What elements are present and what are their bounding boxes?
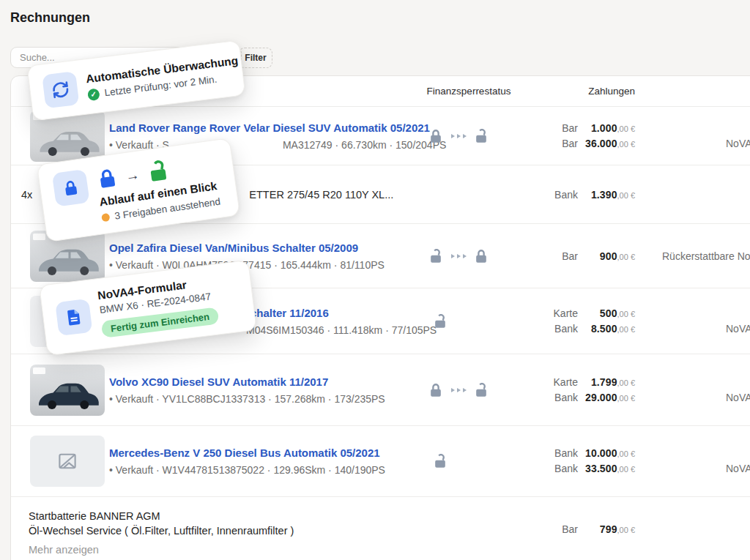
finance-lock-status bbox=[415, 383, 502, 397]
item-title: Startbatterie BANNER AGM bbox=[29, 509, 294, 523]
lock-closed-icon bbox=[428, 129, 444, 143]
vehicle-link[interactable]: Mercedes-Benz V 250 Diesel Bus Automatik… bbox=[109, 447, 380, 459]
lock-closed-icon bbox=[473, 249, 489, 264]
lock-closed-icon bbox=[95, 167, 120, 190]
payments-cell: Bar799,00 € bbox=[499, 522, 635, 537]
nova-label: NoVA bbox=[726, 138, 750, 149]
column-header-zahlungen: Zahlungen bbox=[499, 86, 635, 97]
flow-arrows-icon bbox=[450, 134, 467, 138]
flow-arrows-icon bbox=[450, 388, 467, 392]
finance-lock-status bbox=[415, 249, 502, 264]
payments-cell: Karte500,00 € Bank8.500,00 € bbox=[499, 306, 635, 337]
lock-open-icon bbox=[428, 249, 444, 264]
lock-open-icon bbox=[432, 454, 448, 468]
payments-cell: Bank10.000,00 € Bank33.500,00 € bbox=[499, 446, 635, 477]
finance-lock-status bbox=[415, 129, 502, 143]
vehicle-link[interactable]: Opel Zafira Diesel Van/Minibus Schalter … bbox=[109, 242, 358, 254]
vehicle-subtitle: • Verkauft · YV1LC88BCJ1337313 · 157.268… bbox=[109, 393, 402, 405]
page-title: Rechnungen bbox=[10, 10, 90, 26]
item-title: Öl-Wechsel Service ( Öl.Filter, Luftfilt… bbox=[29, 523, 294, 538]
table-row[interactable]: Startbatterie BANNER AGM Öl-Wechsel Serv… bbox=[11, 497, 750, 560]
lock-closed-icon bbox=[52, 169, 90, 207]
vehicle-link[interactable]: chalter 11/2016 bbox=[250, 307, 329, 319]
vehicle-subtitle: • Verkauft · W0L0AHM759G077415 · 165.444… bbox=[109, 259, 402, 271]
lock-open-icon bbox=[473, 129, 489, 143]
pending-dot-icon bbox=[101, 213, 110, 222]
payments-cell: Bar1.000,00 € Bar36.000,00 € bbox=[499, 121, 635, 152]
nova-label: NoVA bbox=[726, 392, 750, 403]
arrow-right-icon: → bbox=[125, 167, 140, 182]
check-circle-icon: ✓ bbox=[87, 88, 100, 101]
nova-label: Rückerstattbare NoVA bbox=[662, 250, 750, 262]
show-more-link[interactable]: Mehr anzeigen bbox=[29, 542, 294, 557]
payments-cell: Karte1.799,00 € Bank29.000,00 € bbox=[499, 375, 635, 406]
payments-cell: Bar900,00 € bbox=[499, 248, 635, 264]
lock-open-icon bbox=[145, 159, 171, 184]
finance-lock-status bbox=[415, 454, 502, 468]
vehicle-thumbnail[interactable] bbox=[30, 365, 105, 416]
finance-lock-status bbox=[415, 314, 502, 329]
table-row[interactable]: Mercedes-Benz V 250 Diesel Bus Automatik… bbox=[11, 426, 750, 497]
vehicle-link[interactable]: Volvo XC90 Diesel SUV Automatik 11/2017 bbox=[109, 376, 328, 388]
document-icon bbox=[55, 298, 92, 335]
vehicle-thumbnail-no-image[interactable] bbox=[30, 436, 105, 487]
nova-label: NoVA bbox=[726, 323, 750, 335]
image-off-icon bbox=[55, 449, 80, 474]
vehicle-subtitle: • Verkauft · W1V44781513875022 · 129.96S… bbox=[109, 464, 402, 476]
lock-open-icon bbox=[473, 383, 489, 397]
refresh-icon bbox=[42, 71, 79, 108]
flow-arrows-icon bbox=[450, 254, 467, 258]
lock-closed-icon bbox=[428, 383, 444, 397]
payments-cell: Bank1.390,00 € bbox=[499, 187, 635, 202]
lock-open-icon bbox=[432, 314, 448, 329]
filter-button[interactable]: Filter bbox=[239, 48, 272, 68]
table-row[interactable]: Volvo XC90 Diesel SUV Automatik 11/2017 … bbox=[11, 354, 750, 426]
nova-label: NoVA bbox=[726, 463, 750, 474]
vehicle-link[interactable]: Land Rover Range Rover Velar Diesel SUV … bbox=[109, 122, 430, 134]
